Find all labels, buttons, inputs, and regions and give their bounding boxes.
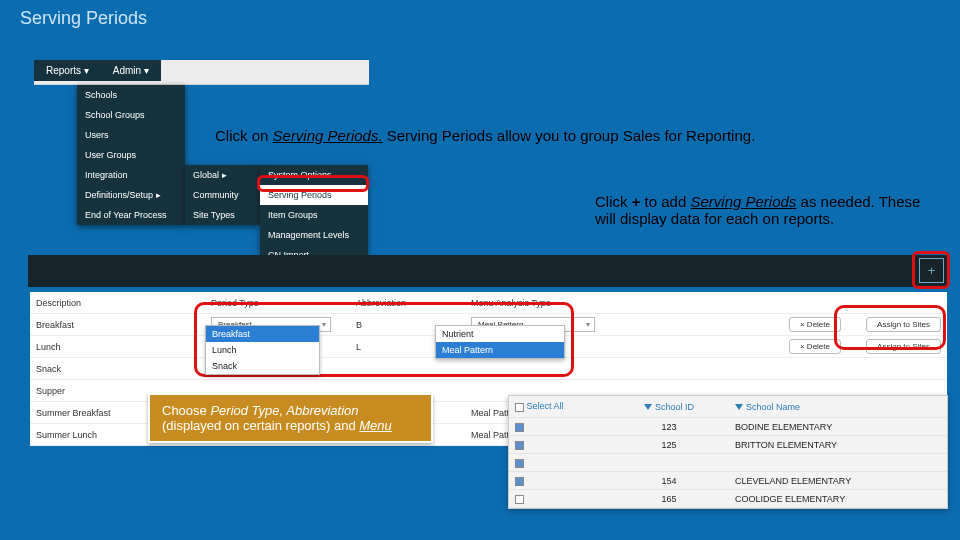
site-checkbox[interactable] bbox=[515, 495, 524, 504]
assign-sites-popup: Select All School ID School Name 123BODI… bbox=[508, 395, 948, 509]
site-checkbox[interactable] bbox=[515, 441, 524, 450]
highlight-serving-periods bbox=[257, 175, 369, 192]
site-checkbox[interactable] bbox=[515, 459, 524, 468]
col-description: Description bbox=[30, 298, 205, 308]
admin-dropdown: Schools School Groups Users User Groups … bbox=[77, 85, 185, 225]
admin-item[interactable]: Schools bbox=[77, 85, 185, 105]
defs-item[interactable]: Global ▸ bbox=[185, 165, 260, 185]
global-item[interactable]: Item Groups bbox=[260, 205, 368, 225]
menu-admin[interactable]: Admin ▾ bbox=[101, 60, 161, 81]
dropdown-option[interactable]: Meal Pattern bbox=[436, 342, 564, 358]
dropdown-option[interactable]: Breakfast bbox=[206, 326, 319, 342]
menubar: Reports ▾Admin ▾ bbox=[34, 60, 369, 85]
site-checkbox[interactable] bbox=[515, 477, 524, 486]
annotation-click-serving-periods: Click on Serving Periods. Serving Period… bbox=[215, 127, 755, 144]
menu-analysis-dropdown: Nutrient Meal Pattern bbox=[435, 325, 565, 359]
highlight-assign-button bbox=[834, 305, 946, 350]
site-row: 165COOLIDGE ELEMENTARY bbox=[509, 490, 947, 508]
admin-item[interactable]: Definitions/Setup ▸ bbox=[77, 185, 185, 205]
admin-item[interactable]: Integration bbox=[77, 165, 185, 185]
admin-item[interactable]: School Groups bbox=[77, 105, 185, 125]
toolbar: + bbox=[28, 255, 947, 287]
site-checkbox[interactable] bbox=[515, 423, 524, 432]
site-row: 125BRITTON ELEMENTARY bbox=[509, 436, 947, 454]
callout-choose-period: Choose Period Type, Abbreviation (displa… bbox=[148, 393, 433, 443]
page-title: Serving Periods bbox=[20, 8, 147, 29]
site-row bbox=[509, 454, 947, 472]
filter-icon bbox=[644, 404, 652, 410]
site-row: 154CLEVELAND ELEMENTARY bbox=[509, 472, 947, 490]
defs-item[interactable]: Community bbox=[185, 185, 260, 205]
period-type-dropdown: Breakfast Lunch Snack bbox=[205, 325, 320, 375]
menu-reports[interactable]: Reports ▾ bbox=[34, 60, 101, 81]
select-all-checkbox[interactable] bbox=[515, 403, 524, 412]
filter-icon bbox=[735, 404, 743, 410]
admin-item[interactable]: Users bbox=[77, 125, 185, 145]
admin-item[interactable]: User Groups bbox=[77, 145, 185, 165]
col-school-name[interactable]: School Name bbox=[729, 402, 947, 412]
admin-item[interactable]: End of Year Process bbox=[77, 205, 185, 225]
annotation-click-plus: Click + to add Serving Periods as needed… bbox=[595, 193, 940, 227]
dropdown-option[interactable]: Snack bbox=[206, 358, 319, 374]
global-item[interactable]: Management Levels bbox=[260, 225, 368, 245]
dropdown-option[interactable]: Lunch bbox=[206, 342, 319, 358]
defs-submenu: Global ▸ Community Site Types bbox=[185, 165, 260, 225]
dropdown-option[interactable]: Nutrient bbox=[436, 326, 564, 342]
defs-item[interactable]: Site Types bbox=[185, 205, 260, 225]
site-row: 123BODINE ELEMENTARY bbox=[509, 418, 947, 436]
highlight-add-button bbox=[912, 251, 950, 289]
col-school-id[interactable]: School ID bbox=[609, 402, 729, 412]
